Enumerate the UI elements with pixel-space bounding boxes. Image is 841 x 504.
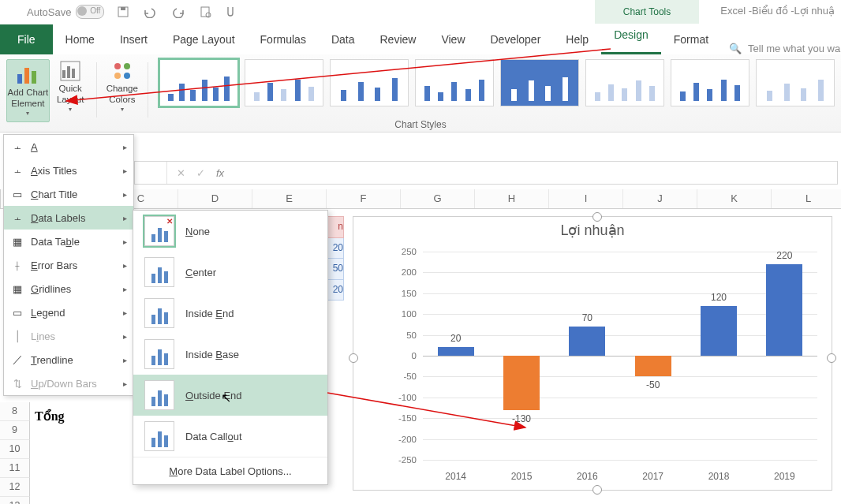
formula-bar[interactable]: ✕ ✓ fx — [134, 161, 838, 185]
quick-access-toolbar — [117, 6, 237, 18]
chart-style-2[interactable] — [245, 59, 323, 106]
col-D[interactable]: D — [178, 189, 252, 208]
col-J[interactable]: J — [623, 189, 697, 208]
bar-2015[interactable] — [503, 356, 540, 410]
tell-me-search[interactable]: 🔍 Tell me what you wa — [729, 43, 840, 54]
tab-file[interactable]: File — [0, 24, 53, 54]
chart-style-8[interactable] — [756, 59, 835, 106]
menu-chart-title[interactable]: ▭Chart Title▸ — [4, 182, 133, 206]
tab-insert[interactable]: Insert — [107, 24, 160, 54]
menu-data-labels[interactable]: ⫠Data Labels▸ — [4, 206, 133, 230]
fx-label[interactable]: fx — [216, 167, 224, 179]
data-table-icon: ▦ — [10, 236, 24, 248]
plot-area[interactable]: -250-200-150-100-50050100150200250 20201… — [388, 252, 817, 460]
menu-legend[interactable]: ▭Legend▸ — [4, 301, 133, 324]
dl-inside-end[interactable]: Inside End — [133, 293, 327, 334]
partial-column-D: n 20 50 20 — [327, 216, 344, 301]
menu-trendline[interactable]: ／Trendline▸ — [4, 348, 133, 371]
dl-none[interactable]: ✕None — [133, 211, 327, 252]
data-label-2016: 70 — [569, 312, 605, 323]
row-9[interactable]: 9 — [0, 421, 30, 440]
tab-view[interactable]: View — [428, 24, 477, 54]
row-10[interactable]: 10 — [0, 440, 30, 459]
bar-2017[interactable] — [635, 356, 671, 376]
dl-inside-base[interactable]: Inside Base — [133, 334, 327, 375]
autosave-control[interactable]: AutoSave Off — [27, 5, 104, 19]
chart-styles-gallery[interactable] — [159, 59, 835, 106]
col-E[interactable]: E — [252, 189, 327, 208]
tab-home[interactable]: Home — [53, 24, 107, 54]
menu-error-bars[interactable]: ⟊Error Bars▸ — [4, 253, 133, 277]
chart-style-4[interactable] — [415, 59, 494, 106]
save-icon[interactable] — [117, 6, 129, 18]
menu-updown-bars: ⇅Up/Down Bars▸ — [4, 371, 133, 395]
change-colors-icon — [110, 59, 134, 83]
tab-formulas[interactable]: Formulas — [248, 24, 319, 54]
touch-mode-icon[interactable] — [224, 6, 237, 18]
embedded-chart[interactable]: Lợi nhuận -250-200-150-100-5005010015020… — [353, 216, 832, 491]
data-label-2018: 120 — [701, 292, 737, 303]
chart-title[interactable]: Lợi nhuận — [353, 222, 832, 239]
col-I[interactable]: I — [549, 189, 623, 208]
data-label-2019: 220 — [766, 250, 802, 261]
dl-center[interactable]: Center — [133, 252, 327, 293]
print-preview-icon[interactable] — [199, 6, 211, 18]
col-L[interactable]: L — [772, 189, 841, 208]
svg-rect-8 — [62, 70, 65, 78]
add-chart-element-button[interactable]: Add Chart Element▾ — [6, 59, 50, 122]
menu-gridlines[interactable]: ▦Gridlines▸ — [4, 277, 133, 301]
svg-point-12 — [124, 63, 130, 69]
legend-icon: ▭ — [10, 307, 24, 319]
tell-me-placeholder: Tell me what you wa — [748, 43, 840, 54]
tab-format[interactable]: Format — [661, 24, 721, 54]
col-H[interactable]: H — [475, 189, 549, 208]
menu-axes[interactable]: ⫠A▸ — [4, 135, 133, 159]
axis-titles-icon: ⫠ — [10, 165, 24, 177]
data-label-2015: -130 — [503, 413, 540, 424]
row-11[interactable]: 11 — [0, 459, 30, 478]
menu-axis-titles[interactable]: ⫠Axis Titles▸ — [4, 159, 133, 182]
tab-data[interactable]: Data — [319, 24, 368, 54]
autosave-toggle[interactable]: Off — [76, 5, 104, 19]
chart-style-6[interactable] — [585, 59, 664, 106]
fx-cancel-icon[interactable]: ✕ — [177, 167, 185, 179]
chart-style-7[interactable] — [671, 59, 749, 106]
row-8[interactable]: 8 — [0, 402, 30, 421]
dl-data-callout[interactable]: Data Callout — [133, 416, 327, 457]
undo-icon[interactable] — [142, 6, 158, 18]
data-labels-submenu: ✕None Center Inside End Inside Base Outs… — [133, 210, 328, 485]
dl-outside-end[interactable]: Outside End — [133, 375, 327, 416]
row-headers[interactable]: 8 9 10 11 12 13 — [0, 402, 30, 504]
dl-more-options[interactable]: More Data Label Options... — [133, 457, 327, 484]
bar-2019[interactable] — [766, 264, 802, 356]
quick-layout-button[interactable]: Quick Layout▾ — [50, 59, 92, 121]
name-box[interactable] — [135, 162, 167, 184]
cell-tong[interactable]: Tổng — [35, 409, 65, 424]
dl-callout-icon — [144, 421, 174, 451]
x-category-2014: 2014 — [432, 471, 480, 482]
bar-2016[interactable] — [569, 327, 605, 356]
svg-point-14 — [124, 73, 130, 79]
row-12[interactable]: 12 — [0, 478, 30, 497]
bar-2018[interactable] — [701, 306, 737, 356]
trendline-icon: ／ — [10, 353, 24, 367]
col-K[interactable]: K — [697, 189, 772, 208]
tab-review[interactable]: Review — [368, 24, 429, 54]
col-F[interactable]: F — [327, 189, 401, 208]
dl-none-icon: ✕ — [144, 216, 174, 246]
chart-style-1[interactable] — [159, 59, 238, 106]
col-G[interactable]: G — [401, 189, 475, 208]
bar-2014[interactable] — [438, 347, 474, 356]
svg-rect-4 — [17, 74, 22, 84]
fx-enter-icon[interactable]: ✓ — [196, 167, 205, 179]
tab-page-layout[interactable]: Page Layout — [160, 24, 248, 54]
chart-style-3[interactable] — [330, 59, 409, 106]
tab-developer[interactable]: Developer — [478, 24, 554, 54]
chart-style-5[interactable] — [500, 59, 579, 106]
menu-data-table[interactable]: ▦Data Table▸ — [4, 230, 133, 253]
redo-icon[interactable] — [170, 6, 186, 18]
tab-design[interactable]: Design — [601, 22, 661, 54]
row-13[interactable]: 13 — [0, 497, 30, 504]
tab-help[interactable]: Help — [553, 24, 601, 54]
change-colors-button[interactable]: Change Colors▾ — [101, 59, 143, 121]
